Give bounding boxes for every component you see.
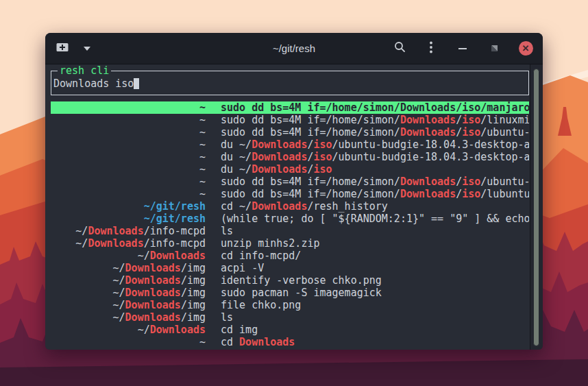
history-row[interactable]: ~sudo dd bs=4M if=/home/simon/Downloads/… bbox=[51, 126, 529, 138]
row-directory: ~ bbox=[51, 163, 206, 176]
row-directory: ~ bbox=[51, 336, 206, 348]
close-icon: ✕ bbox=[519, 41, 533, 56]
restore-button[interactable] bbox=[487, 41, 502, 56]
titlebar: ~/git/resh bbox=[45, 33, 543, 64]
history-row[interactable]: ~sudo dd bs=4M if=/home/simon/Downloads/… bbox=[51, 176, 529, 188]
history-row[interactable]: ~/Downloads/info-mcpdunzip minhs2.zip bbox=[51, 237, 529, 250]
row-command: cd Downloads bbox=[221, 336, 529, 348]
row-command: ls bbox=[221, 225, 529, 237]
history-row[interactable]: ~/Downloads/imgacpi -V bbox=[51, 262, 529, 274]
row-directory: ~ bbox=[51, 114, 206, 126]
row-command: cd info-mcpd/ bbox=[221, 250, 529, 262]
row-directory: ~/Downloads bbox=[51, 250, 206, 262]
history-row[interactable]: ~/Downloads/imgfile chko.png bbox=[51, 299, 529, 311]
search-query-text: Downloads iso bbox=[53, 77, 134, 90]
restore-icon bbox=[491, 42, 498, 55]
row-command: ls bbox=[221, 311, 529, 324]
row-directory: ~ bbox=[51, 138, 206, 151]
terminal-window: ~/git/resh bbox=[45, 33, 543, 350]
search-button[interactable] bbox=[392, 41, 407, 56]
window-title: ~/git/resh bbox=[273, 43, 315, 54]
row-command: unzip minhs2.zip bbox=[221, 237, 529, 250]
terminal-content: resh cli Downloads iso ~sudo dd bs=4M if… bbox=[45, 64, 543, 350]
minimize-icon bbox=[458, 48, 467, 49]
row-command: cd ~/Downloads/resh_history bbox=[221, 200, 529, 213]
search-input[interactable]: Downloads iso bbox=[51, 71, 528, 90]
history-row[interactable]: ~sudo dd bs=4M if=/home/simon/Downloads/… bbox=[51, 188, 529, 200]
row-directory: ~/Downloads/img bbox=[51, 287, 206, 299]
row-command: (while true; do [ "${RANDOM:2:1}" == "9"… bbox=[221, 213, 529, 225]
row-command: sudo dd bs=4M if=/home/simon/Downloads/i… bbox=[221, 188, 529, 200]
history-row[interactable]: ~du ~/Downloads/iso/ubuntu-budgie-18.04.… bbox=[51, 138, 529, 151]
row-directory: ~ bbox=[51, 126, 206, 138]
row-directory: ~ bbox=[51, 188, 206, 200]
history-row[interactable]: ~sudo dd bs=4M if=/home/simon/Downloads/… bbox=[51, 114, 529, 126]
history-row[interactable]: ~/Downloadscd info-mcpd/ bbox=[51, 250, 529, 262]
tab-chooser-button[interactable] bbox=[79, 41, 95, 56]
row-directory: ~ bbox=[51, 101, 206, 114]
row-command: du ~/Downloads/iso/ubuntu-budgie-18.04.3… bbox=[221, 138, 529, 151]
row-command: sudo dd bs=4M if=/home/simon/Downloads/i… bbox=[221, 114, 529, 126]
search-icon bbox=[394, 41, 406, 56]
row-directory: ~/Downloads bbox=[51, 324, 206, 336]
history-row[interactable]: ~/Downloads/imgls bbox=[51, 311, 529, 324]
row-command: file chko.png bbox=[221, 299, 529, 311]
text-cursor bbox=[134, 78, 139, 89]
row-command: du ~/Downloads/iso bbox=[221, 163, 529, 176]
minimize-button[interactable] bbox=[455, 41, 470, 56]
row-directory: ~/Downloads/img bbox=[51, 262, 206, 274]
row-command: cd img bbox=[221, 324, 529, 336]
history-row[interactable]: ~/Downloadscd img bbox=[51, 324, 529, 336]
search-box: resh cli Downloads iso bbox=[51, 71, 529, 95]
row-directory: ~ bbox=[51, 151, 206, 163]
history-list: ~sudo dd bs=4M if=/home/simon/Downloads/… bbox=[51, 101, 529, 348]
history-row[interactable]: ~/Downloads/info-mcpdls bbox=[51, 225, 529, 237]
history-row[interactable]: ~du ~/Downloads/iso/ubuntu-budgie-18.04.… bbox=[51, 151, 529, 163]
history-row[interactable]: ~/git/resh(while true; do [ "${RANDOM:2:… bbox=[51, 213, 529, 225]
chevron-down-icon bbox=[84, 47, 90, 51]
history-row-selected[interactable]: ~sudo dd bs=4M if=/home/simon/Downloads/… bbox=[51, 101, 529, 114]
history-row[interactable]: ~/Downloads/imgsudo pacman -S imagemagic… bbox=[51, 287, 529, 299]
kebab-menu-icon bbox=[430, 41, 432, 56]
new-tab-icon bbox=[56, 42, 69, 56]
close-button[interactable]: ✕ bbox=[518, 41, 533, 56]
row-command: acpi -V bbox=[221, 262, 529, 274]
row-command: sudo dd bs=4M if=/home/simon/Downloads/i… bbox=[221, 176, 529, 188]
row-directory: ~/Downloads/img bbox=[51, 311, 206, 324]
history-row[interactable]: ~cd Downloads bbox=[51, 336, 529, 348]
history-row[interactable]: ~/Downloads/imgidentify -verbose chko.pn… bbox=[51, 274, 529, 287]
scrollbar-thumb[interactable] bbox=[533, 69, 539, 346]
row-command: sudo pacman -S imagemagick bbox=[221, 287, 529, 299]
row-command: identify -verbose chko.png bbox=[221, 274, 529, 287]
row-directory: ~/git/resh bbox=[51, 213, 206, 225]
search-box-label: resh cli bbox=[58, 65, 111, 77]
history-row[interactable]: ~du ~/Downloads/iso bbox=[51, 163, 529, 176]
menu-button[interactable] bbox=[424, 41, 439, 56]
row-command: du ~/Downloads/iso/ubuntu-budgie-18.04.3… bbox=[221, 151, 529, 163]
row-directory: ~/Downloads/img bbox=[51, 274, 206, 287]
row-command: sudo dd bs=4M if=/home/simon/Downloads/i… bbox=[221, 126, 529, 138]
row-command: sudo dd bs=4M if=/home/simon/Downloads/i… bbox=[221, 101, 529, 114]
row-directory: ~/Downloads/img bbox=[51, 299, 206, 311]
row-directory: ~/Downloads/info-mcpd bbox=[51, 237, 206, 250]
row-directory: ~/git/resh bbox=[51, 200, 206, 213]
history-row[interactable]: ~/git/reshcd ~/Downloads/resh_history bbox=[51, 200, 529, 213]
scrollbar-track[interactable] bbox=[530, 64, 543, 350]
row-directory: ~/Downloads/info-mcpd bbox=[51, 225, 206, 237]
row-directory: ~ bbox=[51, 176, 206, 188]
new-tab-button[interactable] bbox=[55, 41, 70, 56]
